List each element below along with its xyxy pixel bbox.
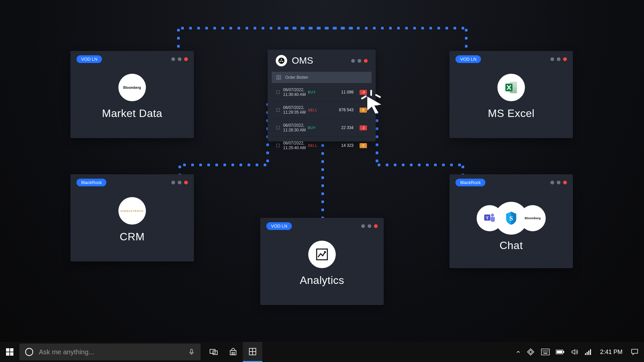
row-timestamp: 06/07/2022, 11:25:40 AM [283, 141, 308, 150]
start-button[interactable] [0, 342, 19, 362]
window-traffic-lights[interactable] [361, 224, 378, 228]
svg-rect-40 [590, 349, 591, 355]
store-button[interactable] [223, 342, 243, 362]
panel-crm[interactable]: BlackRock SINGLETRACK CRM [70, 174, 194, 261]
svg-rect-26 [233, 353, 234, 354]
panel-oms[interactable]: OMS Order Blotter 06/07/2022, 11:30:40 A… [268, 50, 376, 141]
row-checkbox[interactable] [276, 144, 280, 147]
volume-icon[interactable] [571, 348, 579, 356]
panel-title: Market Data [102, 107, 162, 120]
svg-rect-20 [191, 349, 193, 353]
excel-icon [497, 74, 525, 101]
svg-rect-38 [587, 352, 588, 355]
grid-app-icon [248, 347, 257, 356]
panel-body: T S Bloomberg Chat [449, 190, 573, 265]
blotter-row[interactable]: 06/07/2022, 11:29:35 AMSELL876 5430 [272, 101, 372, 119]
windows-logo-icon [6, 348, 13, 356]
row-side: BUY [308, 126, 327, 130]
row-delta-badge: -3 [354, 90, 367, 95]
bloomberg-icon: Bloomberg [520, 205, 546, 231]
svg-rect-24 [233, 352, 234, 353]
panel-header: VOD LN [70, 51, 194, 67]
row-timestamp: 06/07/2022, 11:29:35 AM [283, 105, 308, 115]
context-badge: VOD LN [455, 55, 481, 63]
clock[interactable]: 2:41 PM [598, 349, 625, 356]
window-traffic-lights[interactable] [550, 57, 567, 61]
panel-header: BlackRock [70, 174, 194, 190]
panel-body: Bloomberg Market Data [70, 67, 194, 133]
task-view-icon [209, 348, 218, 356]
window-traffic-lights[interactable] [351, 59, 368, 63]
active-app-button[interactable] [243, 342, 262, 362]
chat-icons-cluster: T S Bloomberg [481, 200, 542, 237]
row-quantity: 11 099 [327, 90, 354, 95]
search-box[interactable] [19, 344, 201, 360]
singletrack-icon: SINGLETRACK [118, 197, 146, 225]
battery-icon[interactable] [556, 349, 565, 355]
search-input[interactable] [39, 348, 182, 356]
blotter-header: Order Blotter [272, 72, 372, 83]
system-tray: 2:41 PM [516, 348, 644, 356]
panel-body: SINGLETRACK CRM [70, 190, 194, 256]
context-badge: VOD LN [76, 55, 102, 63]
panel-chat[interactable]: BlackRock T S Bloomberg Chat [449, 174, 573, 268]
panel-body: Analytics [260, 234, 384, 300]
panel-header: BlackRock [449, 174, 573, 190]
blotter-row[interactable]: 06/07/2022, 11:25:40 AMSELL14 3230 [272, 136, 372, 154]
taskbar-pinned [204, 342, 262, 362]
window-traffic-lights[interactable] [171, 57, 188, 61]
microphone-icon[interactable] [188, 348, 195, 356]
oms-network-icon [276, 55, 287, 66]
panel-title: Chat [499, 239, 523, 252]
panel-title: MS Excel [488, 107, 534, 120]
row-quantity: 22 334 [327, 125, 354, 130]
keyboard-icon[interactable] [541, 349, 550, 355]
context-badge: BlackRock [76, 179, 106, 186]
network-signal-icon[interactable] [585, 349, 592, 355]
blotter-row[interactable]: 06/07/2022, 11:30:40 AMBUY11 099-3 [272, 83, 372, 101]
row-timestamp: 06/07/2022, 11:30:40 AM [283, 87, 308, 97]
row-delta-badge: -1 [354, 125, 367, 130]
table-icon [276, 75, 281, 80]
order-blotter: Order Blotter 06/07/2022, 11:30:40 AMBUY… [272, 72, 372, 154]
window-traffic-lights[interactable] [171, 181, 188, 184]
taskbar: 2:41 PM [0, 342, 644, 362]
workspace-canvas: VOD LN Bloomberg Market Data OMS Order B… [0, 0, 644, 342]
row-timestamp: 06/07/2022, 11:26:30 AM [283, 123, 308, 132]
row-checkbox[interactable] [276, 126, 280, 129]
cursor-click-icon [364, 95, 384, 115]
svg-rect-36 [557, 351, 562, 353]
connector-dots [375, 163, 464, 167]
task-view-button[interactable] [204, 342, 223, 362]
analytics-chart-icon [308, 241, 336, 268]
panel-header: VOD LN [260, 218, 384, 234]
panel-excel[interactable]: VOD LN MS Excel [449, 51, 573, 138]
panel-body: MS Excel [449, 67, 573, 133]
row-quantity: 14 323 [327, 143, 354, 148]
panel-header: VOD LN [449, 51, 573, 67]
panel-market-data[interactable]: VOD LN Bloomberg Market Data [70, 51, 194, 138]
window-traffic-lights[interactable] [550, 181, 567, 184]
row-quantity: 876 543 [327, 108, 354, 112]
panel-title: OMS [292, 55, 313, 66]
tray-expand-icon[interactable] [516, 350, 520, 354]
action-center-icon[interactable] [631, 348, 639, 356]
context-badge: VOD LN [266, 222, 292, 230]
panel-analytics[interactable]: VOD LN Analytics [260, 218, 384, 305]
blotter-row[interactable]: 06/07/2022, 11:26:30 AMBUY22 334-1 [272, 119, 372, 136]
svg-text:S: S [509, 215, 513, 222]
panel-title: Analytics [300, 274, 344, 287]
svg-rect-35 [563, 351, 564, 353]
row-checkbox[interactable] [276, 108, 280, 112]
connector-dots [180, 163, 269, 167]
connector-dots [176, 26, 180, 53]
cortana-icon [25, 348, 34, 356]
row-checkbox[interactable] [276, 90, 280, 94]
blotter-title: Order Blotter [285, 75, 308, 80]
svg-rect-39 [588, 351, 589, 355]
svg-point-1 [281, 59, 282, 60]
connector-dots [464, 26, 468, 53]
context-badge: BlackRock [455, 179, 485, 186]
app-tray-icon[interactable] [526, 348, 535, 356]
svg-rect-21 [210, 349, 215, 353]
